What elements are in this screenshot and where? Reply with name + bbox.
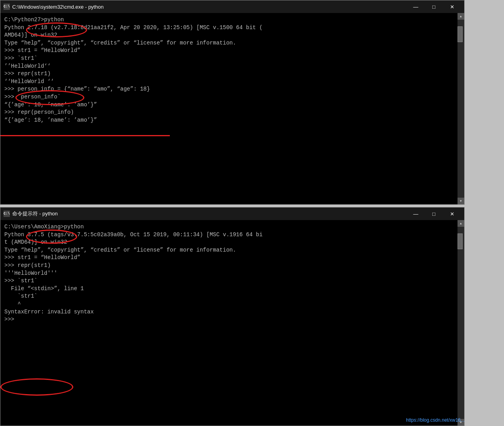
maximize-button-1[interactable]: □ bbox=[425, 0, 443, 13]
titlebar-1: C:\ C:\Windows\system32\cmd.exe - python… bbox=[0, 0, 464, 13]
terminal-content-1: C:\Python27>python Python 2.7.18 (v2.7.1… bbox=[4, 16, 454, 124]
minimize-button-1[interactable]: — bbox=[407, 0, 425, 13]
scroll-thumb-2[interactable] bbox=[458, 233, 463, 249]
cmd-icon-2: C:\ bbox=[4, 211, 10, 217]
titlebar-buttons-1: — □ ✕ bbox=[407, 0, 461, 13]
scroll-up-1[interactable]: ▲ bbox=[458, 13, 464, 20]
scrollbar-2[interactable]: ▲ ▼ bbox=[458, 220, 464, 426]
close-button-1[interactable]: ✕ bbox=[443, 0, 461, 13]
window-cmd-python27: C:\ C:\Windows\system32\cmd.exe - python… bbox=[0, 0, 465, 205]
scroll-thumb-1[interactable] bbox=[458, 26, 463, 42]
terminal-body-2: C:\Users\AmoXiang>python Python 3.7.5 (t… bbox=[0, 220, 458, 426]
scrollbar-1[interactable]: ▲ ▼ bbox=[458, 13, 464, 204]
terminal-content-2: C:\Users\AmoXiang>python Python 3.7.5 (t… bbox=[4, 223, 454, 324]
scroll-up-2[interactable]: ▲ bbox=[458, 220, 464, 227]
csdn-link: https://blog.csdn.net/xw16... bbox=[406, 417, 465, 423]
titlebar-2: C:\ 命令提示符 - python — □ ✕ bbox=[0, 207, 464, 220]
terminal-body-1: C:\Python27>python Python 2.7.18 (v2.7.1… bbox=[0, 13, 458, 127]
scroll-down-1[interactable]: ▼ bbox=[458, 198, 464, 204]
underline-dict bbox=[0, 135, 170, 136]
titlebar-buttons-2: — □ ✕ bbox=[407, 207, 461, 220]
cmd-icon-1: C:\ bbox=[4, 4, 10, 10]
window-cmd-python37: C:\ 命令提示符 - python — □ ✕ C:\Users\AmoXia… bbox=[0, 207, 465, 426]
maximize-button-2[interactable]: □ bbox=[425, 207, 443, 220]
window-title-2: 命令提示符 - python bbox=[12, 210, 407, 217]
window-title-1: C:\Windows\system32\cmd.exe - python bbox=[12, 4, 407, 10]
minimize-button-2[interactable]: — bbox=[407, 207, 425, 220]
close-button-2[interactable]: ✕ bbox=[443, 207, 461, 220]
